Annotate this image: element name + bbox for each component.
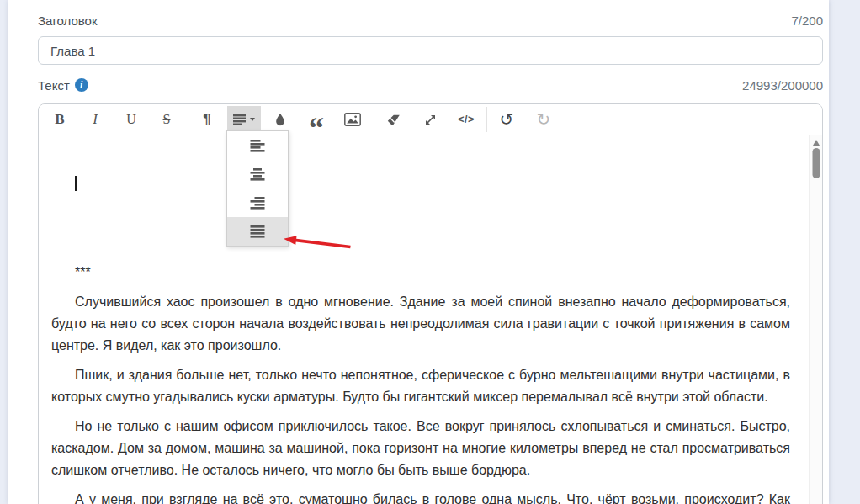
eraser-icon <box>387 114 401 125</box>
chapter-title-input[interactable] <box>38 36 823 65</box>
toolbar-separator <box>486 107 487 132</box>
page: { "colors": { "page_bg": "#e9edf6", "acc… <box>0 0 860 504</box>
align-left-icon <box>250 139 265 152</box>
info-circle-icon[interactable]: i <box>75 78 88 92</box>
redo-icon: ↻ <box>537 111 551 128</box>
quote-icon: “ <box>309 124 324 132</box>
toolbar-separator <box>374 107 374 132</box>
dropdown-item-align-right[interactable] <box>227 188 288 217</box>
dropdown-item-align-center[interactable] <box>227 160 288 188</box>
paragraph: Но не только с нашим офисом приключилось… <box>51 416 790 481</box>
title-char-counter: 7/200 <box>791 13 823 28</box>
paragraph: А у меня, при взгляде на всё это, сумато… <box>51 489 790 504</box>
align-bars-icon <box>233 114 247 125</box>
text-label: Текст <box>38 78 70 93</box>
text-cursor <box>75 176 77 191</box>
align-justify-icon <box>250 225 265 238</box>
blockquote-button[interactable]: “ <box>300 106 333 133</box>
fullscreen-button[interactable] <box>413 106 447 133</box>
code-view-button[interactable]: </> <box>449 106 483 133</box>
underline-icon: U <box>126 112 136 127</box>
editor-toolbar: B I U S ¶ “ <box>39 104 822 135</box>
paragraph-button[interactable]: ¶ <box>190 106 224 133</box>
paragraph-icon: ¶ <box>203 111 210 128</box>
insert-image-button[interactable] <box>336 106 369 133</box>
rich-text-editor: B I U S ¶ “ <box>38 103 823 504</box>
empty-line <box>51 232 790 254</box>
undo-button[interactable]: ↺ <box>490 106 523 133</box>
title-label: Заголовок <box>38 13 98 28</box>
scrollbar-thumb[interactable] <box>812 148 820 178</box>
redo-button[interactable]: ↻ <box>527 106 560 133</box>
align-right-icon <box>250 196 265 210</box>
strikethrough-icon: S <box>163 112 171 127</box>
editor-card: Заголовок 7/200 Текст i 24993/200000 B I… <box>8 0 829 504</box>
toolbar-separator <box>188 107 188 132</box>
text-row: Текст i 24993/200000 <box>38 77 823 93</box>
paragraph: Пшик, и здания больше нет, только нечто … <box>51 364 790 408</box>
paragraph: *** <box>51 262 790 284</box>
italic-button[interactable]: I <box>78 106 112 133</box>
editor-scrollbar[interactable] <box>809 135 822 504</box>
image-icon <box>344 113 361 126</box>
clear-format-button[interactable] <box>377 106 411 133</box>
empty-line <box>51 144 790 166</box>
align-dropdown-button[interactable] <box>227 106 261 133</box>
text-char-counter: 24993/200000 <box>742 78 823 93</box>
dropdown-item-align-justify[interactable] <box>227 217 288 246</box>
empty-line <box>51 203 790 225</box>
expand-arrows-icon <box>424 114 437 126</box>
droplet-icon <box>273 113 287 126</box>
strikethrough-button[interactable]: S <box>150 106 183 133</box>
chevron-down-icon <box>250 118 255 121</box>
align-dropdown-menu <box>226 130 289 247</box>
cursor-line <box>51 173 790 195</box>
align-center-icon <box>250 167 265 181</box>
title-row: Заголовок 7/200 <box>38 12 823 29</box>
bold-icon: B <box>55 111 64 128</box>
underline-button[interactable]: U <box>114 106 148 133</box>
font-color-button[interactable] <box>263 106 297 133</box>
editor-text-area[interactable]: *** Случившийся хаос произошел в одно мг… <box>39 135 822 504</box>
scrollbar-up-arrow-icon[interactable] <box>813 140 820 146</box>
dropdown-item-align-left[interactable] <box>227 131 288 160</box>
bold-button[interactable]: B <box>43 106 77 133</box>
paragraph: Случившийся хаос произошел в одно мгнове… <box>51 291 790 357</box>
italic-icon: I <box>93 111 98 128</box>
code-icon: </> <box>458 114 475 125</box>
undo-icon: ↺ <box>500 111 514 128</box>
